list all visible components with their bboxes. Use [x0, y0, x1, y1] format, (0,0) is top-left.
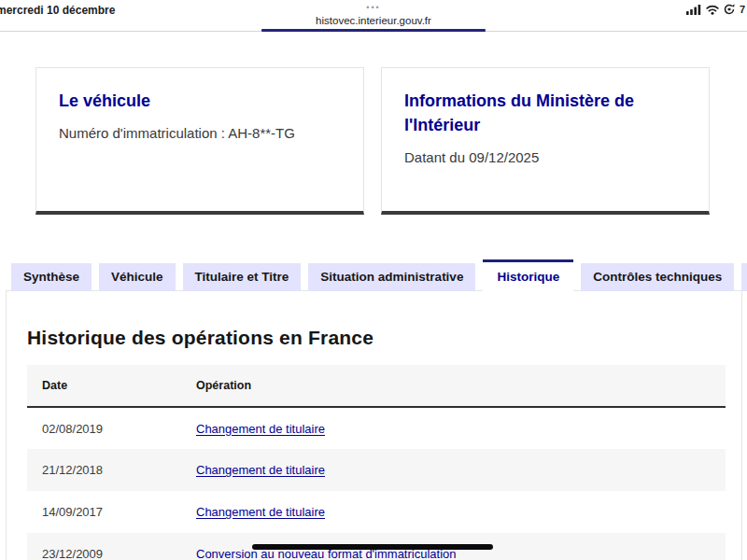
cellular-signal-icon: [686, 5, 701, 15]
table-header-row: Date Opération: [27, 365, 726, 407]
operation-date: 14/09/2017: [27, 491, 181, 533]
operation-date: 21/12/2018: [27, 449, 181, 491]
tab-situation-administrative[interactable]: Situation administrative: [308, 263, 475, 291]
browser-menu-dots-icon[interactable]: •••: [0, 3, 747, 12]
tab-bar: Synthèse Véhicule Titulaire et Titre Sit…: [11, 259, 747, 291]
ministry-info-card-title: Informations du Ministère de l'Intérieur: [404, 89, 686, 137]
table-row: 21/12/2018 Changement de titulaire: [27, 449, 726, 491]
operation-date: 02/08/2019: [27, 407, 181, 449]
ministry-info-card: Informations du Ministère de l'Intérieur…: [381, 67, 710, 215]
screen: mercredi 10 décembre ••• histovec.interi…: [0, 0, 747, 560]
active-browser-tab-indicator: [261, 29, 486, 32]
column-header-operation: Opération: [181, 365, 726, 407]
home-indicator[interactable]: [252, 544, 493, 550]
status-bar: mercredi 10 décembre ••• histovec.interi…: [0, 0, 747, 31]
operation-link[interactable]: Changement de titulaire: [196, 505, 325, 519]
browser-url[interactable]: histovec.interieur.gouv.fr: [0, 14, 747, 27]
battery-percent: 7: [740, 4, 745, 15]
section-heading: Historique des opérations en France: [27, 327, 741, 349]
table-row: 14/09/2017 Changement de titulaire: [27, 491, 726, 533]
tab-controles-techniques[interactable]: Contrôles techniques: [581, 263, 734, 291]
tab-synthese[interactable]: Synthèse: [11, 263, 92, 291]
ministry-info-date: Datant du 09/12/2025: [404, 147, 686, 167]
historique-panel: Historique des opérations en France Date…: [6, 290, 742, 560]
table-row: 02/08/2019 Changement de titulaire: [27, 407, 726, 449]
history-table: Date Opération 02/08/2019 Changement de …: [27, 365, 726, 560]
vehicle-card: Le véhicule Numéro d'immatriculation : A…: [35, 67, 364, 215]
tab-vehicule[interactable]: Véhicule: [99, 263, 176, 291]
column-header-date: Date: [27, 365, 181, 407]
tab-titulaire-et-titre[interactable]: Titulaire et Titre: [183, 263, 302, 291]
status-icons: 7: [686, 4, 745, 15]
operation-date: 23/12/2009: [27, 533, 181, 560]
browser-address-bar[interactable]: ••• histovec.interieur.gouv.fr: [0, 0, 747, 27]
operation-link[interactable]: Changement de titulaire: [196, 463, 325, 477]
history-table-wrap: Date Opération 02/08/2019 Changement de …: [27, 365, 724, 560]
tab-kilometrage[interactable]: Kilo: [741, 263, 747, 291]
rotation-lock-icon: [724, 4, 735, 15]
wifi-icon: [706, 5, 719, 15]
vehicle-registration-number: Numéro d'immatriculation : AH-8**-TG: [59, 123, 341, 143]
operation-link[interactable]: Changement de titulaire: [196, 422, 325, 436]
tab-historique[interactable]: Historique: [483, 259, 573, 291]
vehicle-card-title: Le véhicule: [59, 89, 341, 113]
